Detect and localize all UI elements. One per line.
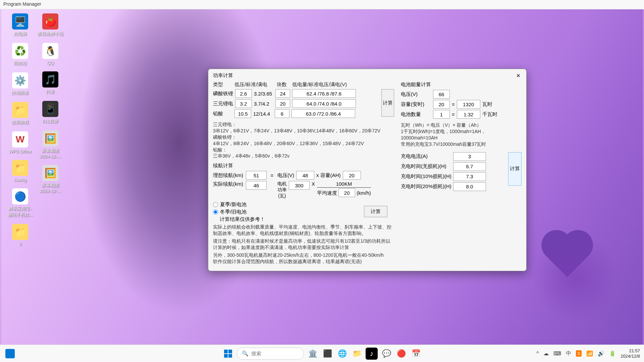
cur-input[interactable] — [453, 152, 486, 161]
dialog-title: 功率计算 — [213, 72, 233, 79]
range-calc-button[interactable]: 计算 — [364, 206, 387, 217]
tb-taskview[interactable]: ⬛ — [321, 348, 333, 360]
r1-v-input[interactable] — [235, 89, 252, 98]
range-note4: 另外，300-500瓦电机最高时速20-25km/h左右，800-1200瓦电机… — [213, 252, 394, 265]
r3-blk-input[interactable] — [275, 109, 289, 118]
icon-config[interactable]: 📁Config — [7, 160, 34, 182]
tb-douyin[interactable]: ♪ — [366, 348, 378, 360]
tray-keyboard-icon[interactable]: ⌨ — [553, 350, 561, 357]
taskbar: 🔍 🏛️ ⬛ 🌐 📁 ♪ 💬 🔴 📅 ^ ☁ ⌨ 中 S 📶 🔊 🔋 21:57… — [0, 345, 644, 362]
speed-label: 平均速度 — [317, 190, 337, 196]
wh-unit: 瓦时 — [482, 101, 492, 108]
r2-out[interactable] — [292, 99, 356, 108]
range-title: 续航计算 — [213, 163, 394, 169]
r3-std: 12/14.4 — [253, 111, 273, 117]
r3-label: 铅酸 — [213, 111, 232, 117]
r1-blk-input[interactable] — [275, 89, 290, 98]
heart-decoration — [546, 234, 588, 277]
tray-wifi-icon[interactable]: 📶 — [586, 350, 593, 357]
start-icon — [5, 349, 15, 358]
t0-output[interactable] — [453, 162, 486, 171]
icon-tutorial[interactable]: 📁使用教程 — [7, 102, 34, 125]
icon-this-pc[interactable]: 🖥️此电脑 — [7, 13, 34, 37]
r1-out[interactable] — [292, 89, 356, 98]
r2-blk-input[interactable] — [275, 99, 290, 108]
power-calc-button[interactable]: 计算 — [381, 89, 394, 117]
search-input[interactable] — [251, 351, 298, 356]
speed-unit: (km/h) — [357, 190, 371, 196]
qq-icon: 🐧 — [42, 43, 58, 59]
clock-time: 21:57 — [621, 348, 640, 354]
dialog-titlebar[interactable]: 功率计算 ✕ — [208, 69, 526, 81]
tray-cloud-icon[interactable]: ☁ — [543, 350, 549, 357]
kwh-unit: 千瓦时 — [482, 111, 497, 118]
actual-input[interactable] — [246, 181, 267, 190]
cap-input[interactable] — [343, 171, 361, 180]
hdr-type: 类型 — [213, 81, 232, 88]
tray-chevron[interactable]: ^ — [536, 351, 539, 357]
icon-folder-3[interactable]: 📁3 — [7, 224, 34, 246]
tb-app2[interactable]: 🔴 — [395, 348, 407, 360]
e-cap-input[interactable] — [433, 100, 450, 109]
wh-output[interactable] — [457, 100, 480, 109]
t10-label: 充电时间(10%损耗)(H) — [401, 173, 451, 180]
desktop-icons-col2: 🍅番茄免费小说 🐧QQ 🎵抖音 📱911投屏 🖼️屏幕截图 2024-12-..… — [37, 13, 64, 199]
range-note2: 实际上的续航会收到载重质量、平均速度、电池均衡性、季节、刹车频率、上下坡、控制器… — [213, 224, 394, 237]
e-cnt-input[interactable] — [433, 110, 450, 119]
icon-recycle[interactable]: ♻️回收站 — [7, 43, 34, 66]
icon-tomato[interactable]: 🍅番茄免费小说 — [37, 13, 64, 37]
right-pane: 电池能量计算 电压(V) 容量(安时) = 瓦时 电池数量 = 千瓦时 瓦时（W… — [401, 81, 522, 266]
tb-wechat[interactable]: 💬 — [380, 348, 392, 360]
t20-output[interactable] — [453, 182, 486, 191]
icon-wps[interactable]: WWPS Office — [7, 131, 34, 154]
start-square[interactable] — [4, 348, 16, 360]
radio-winter[interactable]: 冬季/旧电池 — [213, 209, 265, 215]
energy-calc-button[interactable]: 计算 — [508, 152, 522, 186]
start-button[interactable] — [222, 348, 234, 360]
t10-output[interactable] — [453, 172, 486, 181]
r3-out[interactable] — [291, 109, 355, 118]
icon-control-panel[interactable]: ⚙️控制面板 — [7, 72, 34, 96]
range-note3: 请注意：电机只有在满速时候才是最高功率，低速状态可能只有1/2甚至1/3的功耗所… — [213, 238, 394, 251]
tb-explorer[interactable]: 📁 — [351, 348, 363, 360]
tray-ime-icon[interactable]: 中 — [566, 350, 571, 357]
folder-icon: 📁 — [12, 160, 28, 176]
radio-summer[interactable]: 夏季/新电池 — [213, 201, 265, 208]
pc-icon: 🖥️ — [12, 13, 28, 29]
clock[interactable]: 21:57 2024/12/8 — [621, 348, 640, 359]
r1-std: 3.2/3.65 — [254, 91, 273, 97]
tray-volume-icon[interactable]: 🔊 — [598, 350, 604, 357]
icon-screenshot1[interactable]: 🖼️屏幕截图 2024-12-... — [37, 130, 64, 159]
icon-tencent[interactable]: 🔵腾讯应用宝- 畅玩手机软... — [7, 188, 34, 218]
ideal-input[interactable] — [246, 171, 267, 180]
volt-input[interactable] — [296, 171, 314, 180]
r3-v-input[interactable] — [234, 109, 251, 118]
tray-battery-icon[interactable]: 🔋 — [609, 350, 616, 357]
motor-label: 电机 功率 (瓦) — [277, 181, 287, 199]
x-sym: X — [312, 181, 315, 187]
close-button[interactable]: ✕ — [515, 73, 522, 79]
window-title: Program Manager — [3, 1, 41, 7]
cur-label: 充电电流(A) — [401, 153, 451, 160]
icon-douyin[interactable]: 🎵抖音 — [37, 71, 64, 95]
icon-qq[interactable]: 🐧QQ — [37, 43, 64, 65]
volt-label: 电压(V) — [277, 172, 294, 179]
motor-input[interactable] — [289, 181, 310, 190]
icon-screenshot2[interactable]: 🖼️屏幕截图 2024-12-... — [37, 165, 64, 193]
tb-app1[interactable]: 🏛️ — [307, 348, 319, 360]
tb-calendar[interactable]: 📅 — [410, 348, 422, 360]
cp-icon: ⚙️ — [12, 72, 28, 88]
tb-edge[interactable]: 🌐 — [336, 348, 348, 360]
kwh-output[interactable] — [457, 110, 480, 119]
speed-input[interactable] — [338, 188, 355, 197]
actual-label: 实际续航(km) — [213, 181, 244, 187]
tomato-icon: 🍅 — [42, 13, 58, 29]
r2-v-input[interactable] — [235, 99, 252, 108]
power-note: 三元锂电： 3串12V，6串21V，7串24V，13串48V，10串36V,14… — [213, 121, 394, 159]
folder-icon: 📁 — [12, 102, 28, 118]
hdr-blocks: 块数 — [273, 81, 290, 88]
e-volt-input[interactable] — [433, 90, 450, 99]
tray-sogou-icon[interactable]: S — [576, 350, 582, 357]
search-box[interactable]: 🔍 — [237, 348, 304, 360]
icon-911[interactable]: 📱911投屏 — [37, 101, 64, 124]
